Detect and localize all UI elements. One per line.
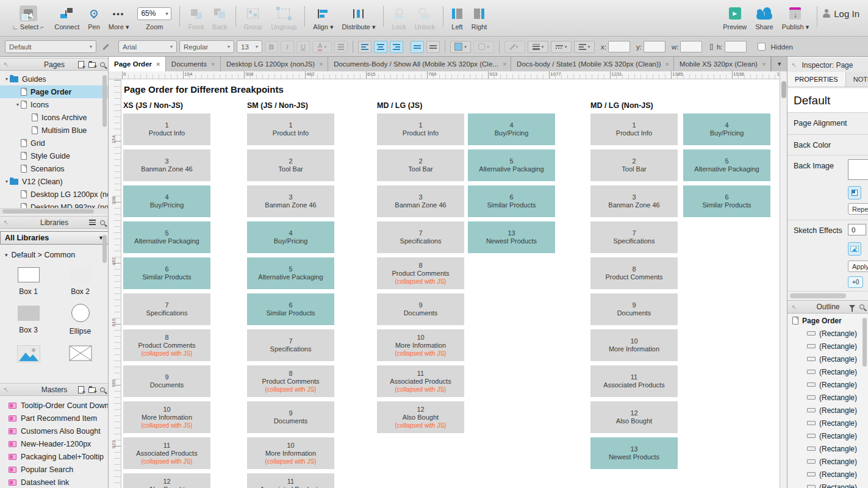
outline-item[interactable]: (Rectangle)	[787, 455, 868, 468]
sidebar-page-item[interactable]: Style Guide	[0, 149, 109, 162]
outline-item[interactable]: (Rectangle)	[787, 340, 868, 353]
line-width-button[interactable]: ▾	[528, 41, 548, 53]
page-order-box[interactable]: 3Banman Zone 46	[590, 185, 678, 217]
select-tool[interactable]: ∟Select⌐	[10, 0, 46, 37]
bold-button[interactable]: B	[265, 41, 278, 53]
outline-item[interactable]: (Rectangle)	[787, 481, 868, 488]
library-widget[interactable]	[2, 345, 54, 378]
page-order-box[interactable]: 1Product Info	[247, 113, 334, 145]
library-widget[interactable]	[54, 345, 106, 378]
document-tab[interactable]: Documents-Body / Show All (Mobile XS 320…	[328, 57, 511, 71]
font-adjust-button[interactable]: +0	[848, 276, 863, 288]
connect-tool[interactable]: Connect	[54, 0, 79, 37]
sidebar-page-item[interactable]: Scenarios	[0, 162, 109, 175]
preview-button[interactable]: ▶ Preview	[723, 0, 747, 37]
outline-item[interactable]: (Rectangle)	[787, 391, 868, 404]
page-order-box[interactable]: 6Similar Products	[123, 257, 210, 289]
page-order-box[interactable]: 11Associated Products(collapsed with JS)	[247, 473, 334, 488]
document-tab[interactable]: Page Order×	[109, 57, 166, 71]
page-order-box[interactable]: 7Specifications	[377, 221, 464, 253]
collapse-panel-icon[interactable]: ↖	[4, 61, 9, 68]
page-order-box[interactable]: 8Product Comments(collapsed with JS)	[123, 329, 210, 361]
page-order-box[interactable]: 3Banman Zone 46	[377, 185, 464, 217]
outline-item[interactable]: (Rectangle)	[787, 429, 868, 442]
close-tab-icon[interactable]: ×	[211, 60, 215, 68]
shadow-button[interactable]: ▾	[473, 41, 494, 53]
page-order-box[interactable]: 7Specifications	[247, 329, 334, 361]
sidebar-page-item[interactable]: ▼V12 (Clean)	[0, 175, 109, 188]
font-size-select[interactable]: 13▾	[237, 40, 262, 53]
list-button[interactable]	[334, 41, 348, 53]
pages-horizontal-scrollbar[interactable]	[2, 209, 94, 214]
page-order-box[interactable]: 4Buy/Pricing	[123, 185, 210, 217]
sketch-image-button[interactable]	[848, 242, 861, 256]
pages-vertical-scrollbar[interactable]	[102, 75, 107, 127]
library-section-header[interactable]: ▾ Default > Common	[0, 249, 109, 261]
collapse-panel-icon[interactable]: ↖	[792, 62, 797, 68]
close-tab-icon[interactable]: ×	[665, 60, 669, 68]
hidden-checkbox[interactable]	[758, 43, 766, 51]
outline-item[interactable]: (Rectangle)	[787, 378, 868, 391]
more-tools-button[interactable]: ••• More ▾	[109, 0, 129, 37]
expander-icon[interactable]: ▼	[4, 179, 10, 184]
collapse-panel-icon[interactable]: ↖	[792, 304, 797, 310]
text-align-center-button[interactable]	[374, 41, 387, 53]
page-order-box[interactable]: 9Documents	[247, 401, 334, 433]
page-order-box[interactable]: 1Product Info	[123, 113, 210, 145]
page-order-box[interactable]: 2Tool Bar	[590, 149, 678, 181]
page-order-box[interactable]: 1Product Info	[377, 113, 464, 145]
close-tab-icon[interactable]: ×	[319, 60, 323, 68]
search-icon[interactable]	[859, 304, 864, 309]
sidebar-page-item[interactable]: Page Order	[0, 85, 109, 98]
close-tab-icon[interactable]: ×	[156, 60, 160, 68]
master-item[interactable]: Popular Search	[0, 463, 109, 476]
sketch-apply-button[interactable]: Apply	[848, 260, 868, 272]
master-item[interactable]: Part Recommend Item	[0, 412, 109, 425]
close-tab-icon[interactable]: ×	[503, 60, 506, 68]
page-style-select[interactable]: Default	[787, 88, 868, 113]
page-order-box[interactable]: 10More Information(collapsed with JS)	[377, 329, 464, 361]
outline-item[interactable]: (Rectangle)	[787, 468, 868, 481]
zoom-select[interactable]: 65%▾	[137, 7, 171, 20]
page-order-box[interactable]: 3Banman Zone 46	[123, 149, 210, 181]
line-color-button[interactable]: ▾	[504, 41, 525, 53]
page-order-box[interactable]: 7Specifications	[590, 221, 678, 253]
master-item[interactable]: Tooltip-Order Count Down	[0, 399, 109, 412]
image-align-button[interactable]	[848, 186, 861, 199]
page-order-box[interactable]: 5Alternative Packaging	[468, 149, 555, 181]
underline-button[interactable]: U	[296, 41, 310, 53]
publish-button[interactable]: ↓ Publish ▾	[782, 0, 809, 37]
fill-color-button[interactable]: ▾	[450, 41, 471, 53]
sidebar-page-item[interactable]: Multisim Blue	[0, 124, 109, 137]
search-icon[interactable]	[100, 387, 105, 392]
search-icon[interactable]	[100, 220, 105, 225]
sidebar-page-item[interactable]: Desktop LG 1200px (nonJS)	[0, 188, 109, 201]
expander-icon[interactable]: ▼	[4, 77, 10, 81]
align-left-button[interactable]: Left	[451, 0, 462, 37]
tab-notes[interactable]: NOTES	[846, 72, 868, 87]
page-order-box[interactable]: 2Tool Bar	[377, 149, 464, 181]
sidebar-page-item[interactable]: Icons Archive	[0, 111, 109, 124]
lock-button[interactable]: Lock	[392, 0, 406, 37]
page-order-box[interactable]: 8Product Comments	[590, 257, 678, 289]
libraries-filter-select[interactable]: All Libraries▼	[0, 231, 109, 245]
image-repeat-button[interactable]: Repeat	[848, 203, 868, 215]
h-input[interactable]	[725, 41, 747, 52]
page-order-box[interactable]: 4Buy/Pricing	[247, 221, 334, 253]
group-button[interactable]: Group	[244, 0, 263, 37]
x-input[interactable]	[608, 41, 630, 52]
section-back-color[interactable]: Back Color	[787, 135, 868, 156]
page-order-box[interactable]: 6Similar Products	[468, 185, 555, 217]
library-widget[interactable]: Box 3	[2, 306, 54, 336]
add-folder-icon[interactable]	[88, 387, 96, 393]
library-widget[interactable]: Box 2	[54, 267, 106, 296]
libraries-vertical-scrollbar[interactable]	[102, 235, 107, 263]
page-order-box[interactable]: 4Buy/Pricing	[683, 113, 770, 145]
outline-item[interactable]: (Rectangle)	[787, 404, 868, 417]
tab-properties[interactable]: PROPERTIES	[787, 72, 846, 87]
align-right-button[interactable]: Right	[472, 0, 487, 37]
page-order-box[interactable]: 5Alternative Packaging	[247, 257, 334, 289]
sidebar-page-item[interactable]: Grid	[0, 137, 109, 149]
tab-overflow-button[interactable]: ▼	[771, 57, 787, 71]
back-image-swatch[interactable]	[848, 159, 868, 180]
